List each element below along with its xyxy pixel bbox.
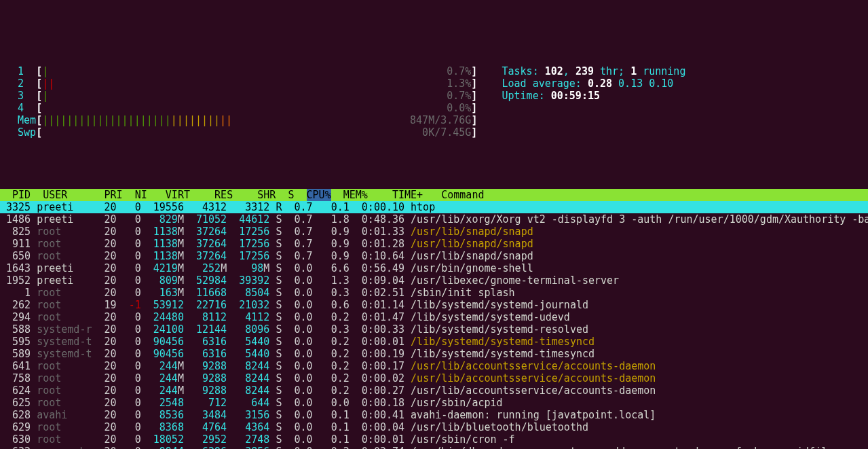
process-table[interactable]: PID USER PRI NI VIRT RES SHR S CPU% MEM%… <box>0 189 868 449</box>
table-row[interactable]: 588 systemd-r 20 0 24100 12144 8096 S 0.… <box>0 323 868 336</box>
table-row[interactable]: 825 root 20 0 1138M 37264 17256 S 0.7 0.… <box>0 226 868 238</box>
table-row[interactable]: 1952 preeti 20 0 809M 52984 39392 S 0.0 … <box>0 274 868 287</box>
table-row[interactable]: 641 root 20 0 244M 9288 8244 S 0.0 0.2 0… <box>0 360 868 372</box>
cpu-meter-3: 3 [| 0.7%] Uptime: 00:59:15 <box>5 90 863 102</box>
table-row[interactable]: 1643 preeti 20 0 4219M 252M 98M S 0.0 6.… <box>0 262 868 274</box>
table-row[interactable]: 632 messagebu 20 0 9944 6296 3856 S 0.0 … <box>0 446 868 449</box>
table-row[interactable]: 624 root 20 0 244M 9288 8244 S 0.0 0.2 0… <box>0 384 868 397</box>
table-row[interactable]: 628 avahi 20 0 8536 3484 3156 S 0.0 0.1 … <box>0 409 868 421</box>
table-header[interactable]: PID USER PRI NI VIRT RES SHR S CPU% MEM%… <box>0 189 868 201</box>
table-row[interactable]: 1 root 20 0 163M 11668 8504 S 0.0 0.3 0:… <box>0 287 868 299</box>
cpu-meter-1: 1 [| 0.7%] Tasks: 102, 239 thr; 1 runnin… <box>5 65 863 77</box>
table-row[interactable]: 629 root 20 0 8368 4764 4364 S 0.0 0.1 0… <box>0 421 868 433</box>
table-row[interactable]: 625 root 20 0 2548 712 644 S 0.0 0.0 0:0… <box>0 397 868 409</box>
htop-header: 1 [| 0.7%] Tasks: 102, 239 thr; 1 runnin… <box>0 49 868 164</box>
table-row[interactable]: 589 systemd-t 20 0 90456 6316 5440 S 0.0… <box>0 348 868 360</box>
cpu-meter-2: 2 [|| 1.3%] Load average: 0.28 0.13 0.10 <box>5 77 863 90</box>
mem-meter: Mem[||||||||||||||||||||||||||||||| 847M… <box>5 114 863 126</box>
table-row[interactable]: 3325 preeti 20 0 19556 4312 3312 R 0.7 0… <box>0 201 868 213</box>
table-row[interactable]: 294 root 20 0 24480 8112 4112 S 0.0 0.2 … <box>0 311 868 323</box>
table-row[interactable]: 911 root 20 0 1138M 37264 17256 S 0.7 0.… <box>0 238 868 250</box>
table-row[interactable]: 595 systemd-t 20 0 90456 6316 5440 S 0.0… <box>0 336 868 348</box>
table-row[interactable]: 1486 preeti 20 0 829M 71052 44612 S 0.7 … <box>0 213 868 226</box>
table-row[interactable]: 758 root 20 0 244M 9288 8244 S 0.0 0.2 0… <box>0 372 868 384</box>
table-row[interactable]: 650 root 20 0 1138M 37264 17256 S 0.7 0.… <box>0 250 868 262</box>
cpu-meter-4: 4 [ 0.0%] <box>5 102 863 114</box>
table-row[interactable]: 630 root 20 0 18052 2952 2748 S 0.0 0.1 … <box>0 433 868 446</box>
swp-meter: Swp[ 0K/7.45G] <box>5 126 863 139</box>
table-row[interactable]: 262 root 19 -1 53912 22716 21032 S 0.0 0… <box>0 299 868 311</box>
